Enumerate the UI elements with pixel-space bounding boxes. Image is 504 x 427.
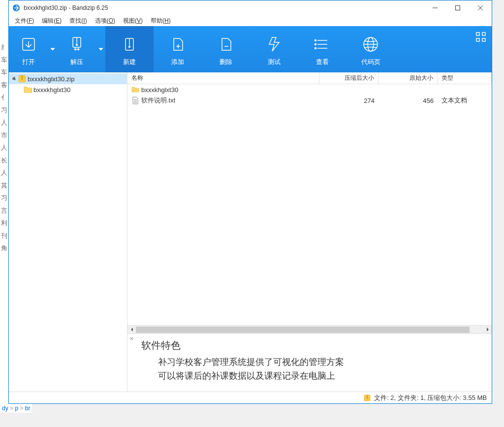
scroll-left-icon[interactable] xyxy=(127,326,136,334)
preview-close-icon[interactable]: ✕ xyxy=(129,336,133,341)
list-body: bxxxkhglxt30软件说明.txt274456文本文档 xyxy=(127,84,492,325)
menu-f[interactable]: 文件(F) xyxy=(11,16,38,26)
new-icon xyxy=(121,32,138,57)
toolbar-extract-button[interactable]: 解压 xyxy=(57,26,96,72)
preview-title: 软件特色 xyxy=(141,339,485,352)
menu-v[interactable]: 视图(V) xyxy=(119,16,147,26)
background-text-strip: 纟车车客亻习人市人长人其习言利刊角 xyxy=(0,0,8,404)
minimize-button[interactable] xyxy=(424,0,446,15)
col-header-type[interactable]: 类型 xyxy=(438,72,492,84)
horizontal-scrollbar[interactable] xyxy=(127,325,492,333)
statusbar-zip-icon xyxy=(363,394,371,402)
list-panel: 名称 压缩后大小 原始大小 类型 bxxxkhglxt30软件说明.txt274… xyxy=(127,72,492,392)
menu-e[interactable]: 编辑(E) xyxy=(38,16,65,26)
statusbar-text: 文件: 2, 文件夹: 1, 压缩包大小: 3.55 MB xyxy=(374,394,487,402)
toolbar-open-dropdown[interactable] xyxy=(48,26,57,72)
preview-panel: ✕ 软件特色 补习学校客户管理系统提供了可视化的管理方案 可以将课后的补课数据以… xyxy=(127,333,492,392)
folder-icon xyxy=(24,85,32,94)
toolbar-view-button[interactable]: 查看 xyxy=(298,26,346,72)
svg-rect-26 xyxy=(476,38,479,41)
toolbar: 打开解压新建添加删除测试查看代码页 xyxy=(9,26,492,72)
tree-root-label: bxxxkhglxt30.zip xyxy=(28,75,74,83)
toolbar-new-button[interactable]: 新建 xyxy=(105,26,154,72)
col-header-name[interactable]: 名称 xyxy=(127,72,319,84)
add-icon xyxy=(169,32,187,57)
toolbar-delete-button[interactable]: 删除 xyxy=(202,26,250,72)
col-header-original[interactable]: 原始大小 xyxy=(378,72,438,84)
toolbar-add-button[interactable]: 添加 xyxy=(154,26,202,72)
zip-icon xyxy=(18,74,27,83)
svg-point-18 xyxy=(315,40,316,41)
svg-point-19 xyxy=(315,44,316,45)
toolbar-extract-dropdown[interactable] xyxy=(96,26,105,72)
window-title: bxxxkhglxt30.zip - Bandizip 6.25 xyxy=(24,4,424,11)
scrollbar-thumb[interactable] xyxy=(136,327,470,333)
toolbar-codepage-button[interactable]: 代码页 xyxy=(346,26,395,72)
svg-rect-25 xyxy=(482,33,485,35)
maximize-button[interactable] xyxy=(446,0,469,15)
col-header-compressed[interactable]: 压缩后大小 xyxy=(319,72,378,84)
txt-icon xyxy=(131,97,139,104)
titlebar: bxxxkhglxt30.zip - Bandizip 6.25 xyxy=(9,0,492,15)
codepage-icon xyxy=(362,32,379,57)
tree-root-item[interactable]: bxxxkhglxt30.zip xyxy=(9,73,127,84)
toolbar-grid-icon[interactable] xyxy=(476,32,486,44)
list-item[interactable]: bxxxkhglxt30 xyxy=(127,84,492,95)
tree-child-item[interactable]: bxxxkhglxt30 xyxy=(9,84,127,95)
delete-icon xyxy=(217,32,235,57)
svg-point-11 xyxy=(129,46,130,48)
content-area: bxxxkhglxt30.zip bxxxkhglxt30 名称 压缩后大小 原… xyxy=(9,72,492,392)
toolbar-test-button[interactable]: 测试 xyxy=(250,26,298,72)
view-icon xyxy=(314,32,331,57)
extract-icon xyxy=(68,32,86,57)
close-button[interactable] xyxy=(469,0,492,15)
tree-panel: bxxxkhglxt30.zip bxxxkhglxt30 xyxy=(9,72,127,392)
menu-i[interactable]: 查找(I) xyxy=(65,16,91,26)
svg-rect-24 xyxy=(476,33,479,35)
list-header: 名称 压缩后大小 原始大小 类型 xyxy=(127,72,492,84)
list-item[interactable]: 软件说明.txt274456文本文档 xyxy=(127,95,492,106)
statusbar: 文件: 2, 文件夹: 1, 压缩包大小: 3.55 MB xyxy=(9,392,492,403)
svg-point-8 xyxy=(76,44,78,46)
test-icon xyxy=(265,32,283,57)
tree-child-label: bxxxkhglxt30 xyxy=(33,86,70,94)
svg-rect-27 xyxy=(482,38,485,41)
app-window: bxxxkhglxt30.zip - Bandizip 6.25 文件(F)编辑… xyxy=(8,0,492,404)
menubar: 文件(F)编辑(E)查找(I)选项(O)视图(V)帮助(H) xyxy=(9,15,492,26)
svg-rect-2 xyxy=(456,6,460,10)
preview-line: 补习学校客户管理系统提供了可视化的管理方案 xyxy=(158,356,485,368)
open-icon xyxy=(20,32,37,57)
app-icon xyxy=(12,3,21,12)
menu-h[interactable]: 帮助(H) xyxy=(147,16,175,26)
svg-point-20 xyxy=(315,48,316,49)
collapse-icon[interactable] xyxy=(11,77,18,81)
folder-icon xyxy=(131,86,139,94)
breadcrumb: dy > p > br xyxy=(0,404,32,413)
preview-line: 可以将课后的补课数据以及课程记录在电脑上 xyxy=(158,370,485,382)
scroll-right-icon[interactable] xyxy=(483,326,492,334)
toolbar-open-button[interactable]: 打开 xyxy=(9,26,48,72)
menu-o[interactable]: 选项(O) xyxy=(91,16,119,26)
